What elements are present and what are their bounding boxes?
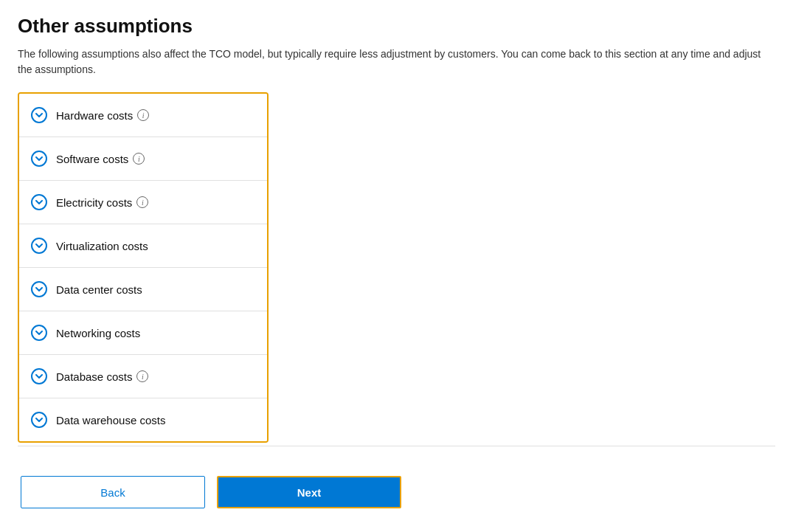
info-icon[interactable]: i — [137, 109, 149, 121]
accordion-item-database-costs[interactable]: Database costsi — [19, 355, 267, 398]
accordion-item-networking-costs[interactable]: Networking costs — [19, 311, 267, 355]
accordion-container: Hardware costsi Software costsi Electric… — [18, 92, 269, 443]
page-description: The following assumptions also affect th… — [18, 46, 775, 77]
label-data-warehouse-costs: Data warehouse costs — [56, 414, 165, 426]
label-software-costs: Software costs — [56, 153, 128, 165]
label-networking-costs: Networking costs — [56, 327, 140, 339]
chevron-down-icon — [31, 238, 47, 254]
accordion-item-data-center-costs[interactable]: Data center costs — [19, 268, 267, 311]
chevron-down-icon — [31, 412, 47, 428]
label-hardware-costs: Hardware costs — [56, 109, 133, 122]
accordion-item-software-costs[interactable]: Software costsi — [19, 137, 267, 181]
next-button[interactable]: Next — [217, 476, 401, 508]
chevron-down-icon — [31, 151, 47, 167]
chevron-down-icon — [31, 325, 47, 341]
chevron-down-icon — [31, 194, 47, 210]
chevron-down-icon — [31, 281, 47, 297]
buttons-row: Back Next — [18, 476, 775, 508]
accordion-item-virtualization-costs[interactable]: Virtualization costs — [19, 224, 267, 268]
section-divider — [18, 446, 775, 446]
accordion-item-electricity-costs[interactable]: Electricity costsi — [19, 181, 267, 224]
label-data-center-costs: Data center costs — [56, 283, 142, 296]
info-icon[interactable]: i — [136, 370, 148, 382]
accordion-item-data-warehouse-costs[interactable]: Data warehouse costs — [19, 398, 267, 441]
info-icon[interactable]: i — [136, 196, 148, 208]
label-electricity-costs: Electricity costs — [56, 196, 132, 209]
page-title: Other assumptions — [18, 15, 775, 38]
label-database-costs: Database costs — [56, 370, 132, 383]
chevron-down-icon — [31, 107, 47, 123]
accordion-item-hardware-costs[interactable]: Hardware costsi — [19, 94, 267, 137]
chevron-down-icon — [31, 368, 47, 384]
label-virtualization-costs: Virtualization costs — [56, 240, 148, 252]
info-icon[interactable]: i — [133, 153, 145, 165]
back-button[interactable]: Back — [21, 476, 205, 508]
